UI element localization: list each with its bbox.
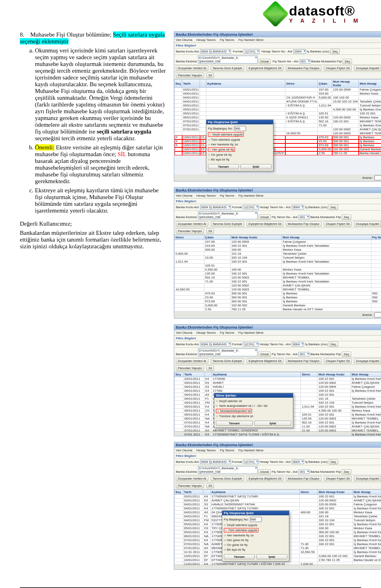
toolbar-button[interactable]: Muhasebe Fişi Oluştur: [286, 476, 321, 481]
hesap-dropdown[interactable]: 0064: [292, 205, 304, 209]
bank-dropdown[interactable]: 0064 İŞ BANKASI: [200, 205, 231, 209]
hesap-dropdown[interactable]: 0064: [292, 460, 304, 464]
sec-button[interactable]: Seç: [342, 469, 351, 474]
tab[interactable]: Fiş Hareket Silme: [239, 331, 264, 335]
format-dropdown[interactable]: 1(CSV): [244, 49, 260, 54]
bank-dropdown[interactable]: 0064 İŞ BANKASI: [200, 49, 231, 54]
toolbar-button[interactable]: Tanıma Göre Eşleştir: [211, 221, 244, 226]
search-label: Arama :: [362, 313, 373, 317]
hesap-dropdown[interactable]: 0064: [293, 49, 306, 54]
toolbar-button[interactable]: Tanıma Göre Eşleştir: [211, 358, 244, 364]
format-dropdown[interactable]: 1(CSV): [243, 460, 259, 464]
sec-button[interactable]: Seç: [329, 459, 338, 464]
tab[interactable]: Hesap Tanımı: [196, 194, 216, 197]
tab[interactable]: Fiş Tanımı: [220, 38, 235, 42]
field-label: Banka Kodu-Adı: [176, 205, 199, 209]
path-input[interactable]: D:\UnoHGDıY\_Bankalar_E-Şifre\0064_İSB: [198, 56, 258, 64]
bank-dropdown[interactable]: 0064 İŞ BANKASI: [200, 342, 231, 346]
path-input[interactable]: D:\UnoHGDıY\_Bankalar_E-Şifre\0064_İSB: [198, 466, 258, 474]
screenshot-1: Banka Ekstrelerinden Fiş Oluşturma İşlem…: [174, 31, 381, 182]
tab[interactable]: Hesap Tanımı: [196, 38, 216, 42]
path-input[interactable]: D:\UnoHGDıY\_Bankalar_E-Şifre\0064_İSB: [198, 348, 258, 356]
tab[interactable]: Fiş Hareket Silme: [239, 194, 264, 197]
toolbar-button[interactable]: Dosyaya Kaydet: [354, 221, 381, 226]
search-input[interactable]: [374, 175, 381, 180]
toolbar-button[interactable]: Tanıma Göre Eşleştir: [211, 66, 244, 71]
tab[interactable]: Veri Okuma: [176, 194, 192, 197]
sec-button[interactable]: Seç: [329, 342, 338, 347]
tab[interactable]: Fiş Hareket Silme: [239, 449, 264, 452]
sec-button[interactable]: Seç: [329, 205, 338, 210]
path-input[interactable]: D:\UnoHGDıY\_Bankalar_E-Şifre\0064_İSB: [198, 211, 258, 219]
fis-dropdown[interactable]: 001: [300, 59, 310, 64]
toolbar-button[interactable]: Eşleştirme Bilgilerini Sil: [246, 221, 283, 226]
tab[interactable]: Fiş Tanımı: [220, 194, 235, 197]
tab[interactable]: Fiş Tanımı: [220, 331, 235, 335]
gozat-button[interactable]: Gözat: [258, 59, 271, 64]
toolbar-button[interactable]: Eşleştirme Bilgilerini Sil: [246, 66, 283, 71]
toolbar-button[interactable]: Dosyaya Kaydet: [354, 476, 381, 481]
toolbar-button[interactable]: Dosyaya Kaydet: [354, 358, 381, 364]
toolbar-button[interactable]: Oluşan Fişleri Sil: [324, 221, 352, 226]
fis-dropdown[interactable]: 001: [298, 470, 309, 474]
sec-button[interactable]: Seç: [342, 215, 351, 220]
toolbar-button[interactable]: Muhasebe Fişi Oluştur: [286, 358, 321, 364]
toolbar-button[interactable]: Dosyadan Verileri Al: [176, 221, 208, 226]
field-label: Format: [233, 50, 242, 53]
gozat-button[interactable]: Gözat: [258, 469, 271, 474]
toolbar-button[interactable]: Tanıma Göre Eşleştir: [211, 476, 244, 481]
item-a: Okunmuş veri içerisinde kimi satırları i…: [35, 47, 167, 142]
screenshot-3: Banka Ekstrelerinden Fiş Oluşturma İşlem…: [174, 324, 381, 436]
format-dropdown[interactable]: 1(CSV): [243, 342, 259, 346]
data-grid-1[interactable]: SeçTarihAçıklamaGirenÇıkanMuh Hesap Kodu…: [174, 79, 381, 155]
toolbar-button[interactable]: Dosyadan Verileri Al: [176, 358, 208, 364]
screenshot-4: Banka Ekstrelerinden Fiş Oluşturma İşlem…: [174, 442, 381, 570]
toolbar-button[interactable]: Panodan Yapıştır: [176, 228, 204, 234]
tab[interactable]: Veri Okuma: [176, 331, 192, 335]
toolbar-button[interactable]: Oluşan Fişleri Sil: [324, 66, 352, 71]
sec-button[interactable]: Seç: [330, 49, 340, 54]
toolbar-button[interactable]: Panodan Yapıştır: [176, 483, 204, 488]
sil-button[interactable]: Sil: [206, 228, 214, 234]
logo-reg: ft®: [335, 3, 355, 18]
sil-button[interactable]: Sil: [206, 73, 214, 78]
tab[interactable]: Veri Okuma: [176, 449, 192, 452]
toolbar-button[interactable]: Eşleştirme Bilgilerini Sil: [246, 476, 283, 481]
field-label: Banka Muhasebe Fişi: [310, 215, 341, 219]
sec-button[interactable]: Seç: [343, 59, 352, 64]
hesap-dropdown[interactable]: 0064: [292, 342, 304, 346]
toolbar-button[interactable]: Panodan Yapıştır: [176, 366, 204, 371]
tab[interactable]: Veri Okuma: [176, 38, 192, 42]
data-grid-2[interactable]: GirenÇıkanMuh Hesap KoduMuh HesapFiş NoS…: [174, 235, 381, 311]
format-dropdown[interactable]: 1(CSV): [243, 205, 259, 209]
search-label: Arama :: [362, 176, 373, 180]
fis-dropdown[interactable]: 001: [298, 352, 309, 356]
field-label: İş Bankası (csv): [307, 50, 329, 53]
tab[interactable]: Fiş Tanımı: [220, 449, 235, 452]
item-c-body: Ekstreye ait eşleşmiş kayıtların tümü iç…: [35, 187, 159, 214]
bank-dropdown[interactable]: 0064 İŞ BANKASI: [200, 460, 231, 464]
search-input[interactable]: [374, 312, 381, 317]
sec-button[interactable]: Seç: [342, 352, 351, 357]
toolbar-button[interactable]: Dosyadan Verileri Al: [176, 476, 208, 481]
fis-dropdown[interactable]: 001: [298, 215, 309, 219]
toolbar-button[interactable]: Oluşan Fişleri Sil: [324, 476, 352, 481]
toolbar-button[interactable]: Muhasebe Fişi Oluştur: [286, 221, 321, 226]
toolbar-button[interactable]: Panodan Yapıştır: [176, 73, 204, 78]
toolbar-button[interactable]: Dosyadan Verileri Al: [176, 66, 208, 71]
toolbar-button[interactable]: Dosyaya Kaydet: [354, 66, 381, 71]
tab[interactable]: Hesap Tanımı: [196, 449, 216, 452]
gozat-button[interactable]: Gözat: [258, 215, 271, 220]
toolbar-button[interactable]: Oluşan Fişleri Sil: [324, 358, 352, 364]
gozat-button[interactable]: Gözat: [258, 352, 271, 357]
header-logo-area: datasoft® Y A Z I L I M: [20, 4, 361, 23]
brand-logo: datasoft® Y A Z I L I M: [266, 4, 361, 23]
window-title: Banka Ekstrelerinden Fiş Oluşturma İşlem…: [176, 188, 253, 192]
window-title: Banka Ekstrelerinden Fiş Oluşturma İşlem…: [176, 325, 253, 329]
toolbar-button[interactable]: Eşleştirme Bilgilerini Sil: [246, 358, 283, 364]
tab[interactable]: Hesap Tanımı: [196, 331, 216, 335]
sil-button[interactable]: Sil: [206, 366, 214, 371]
tab[interactable]: Fiş Hareket Silme: [239, 38, 264, 42]
sil-button[interactable]: Sil: [206, 483, 214, 488]
toolbar-button[interactable]: Muhasebe Fişi Oluştur: [286, 66, 321, 71]
